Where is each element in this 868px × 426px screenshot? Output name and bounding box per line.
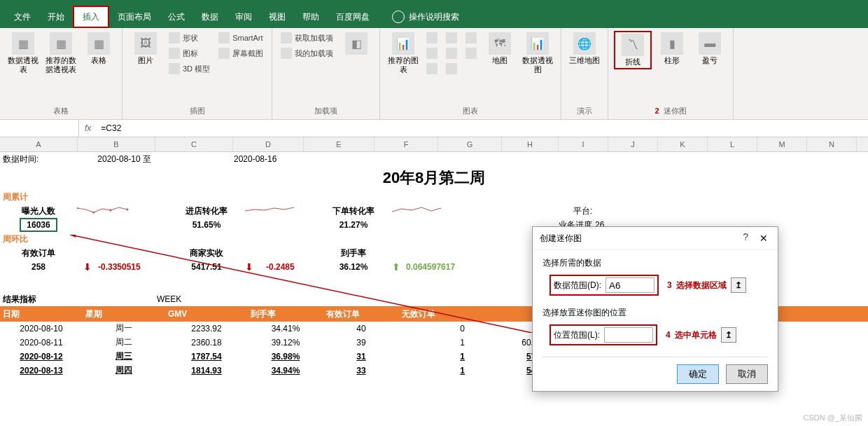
location-range-label: 位置范围(L): bbox=[554, 329, 600, 341]
scatter-chart-button[interactable] bbox=[463, 46, 479, 60]
group-sparklines: 2 迷你图 bbox=[655, 104, 687, 118]
range-selector-button[interactable]: ↥ bbox=[731, 277, 746, 293]
tab-home[interactable]: 开始 bbox=[39, 6, 73, 28]
hint-select-data: 选择数据区域 bbox=[676, 280, 727, 291]
section-week-total: 周累计 bbox=[0, 191, 77, 203]
recommended-pivot-button[interactable]: ▦推荐的数据透视表 bbox=[43, 31, 78, 76]
section-select-location: 选择放置迷你图的位置 bbox=[542, 307, 768, 319]
help-icon[interactable]: ? bbox=[743, 231, 748, 245]
fx-icon[interactable]: fx bbox=[79, 123, 97, 133]
section-result-index: 结果指标 bbox=[0, 294, 77, 305]
annotation-4: 4 bbox=[666, 330, 671, 340]
tab-view[interactable]: 视图 bbox=[260, 6, 294, 28]
tab-insert[interactable]: 插入 bbox=[73, 6, 109, 28]
section-select-data: 选择所需的数据 bbox=[542, 257, 768, 269]
dialog-title: 创建迷你图 bbox=[540, 233, 582, 245]
sparkline-icon bbox=[245, 205, 301, 215]
tab-page-layout[interactable]: 页面布局 bbox=[109, 6, 160, 28]
sparkline-column-button[interactable]: ▮柱形 bbox=[654, 31, 690, 67]
pictures-button[interactable]: 🖼图片 bbox=[128, 31, 163, 67]
group-addins: 加载项 bbox=[314, 104, 337, 118]
sparkline-icon bbox=[77, 205, 133, 215]
3d-map-button[interactable]: 🌐三维地图 bbox=[567, 31, 602, 67]
location-range-input[interactable] bbox=[604, 327, 653, 343]
svg-point-0 bbox=[77, 207, 78, 209]
report-title: 20年8月第二周 bbox=[383, 167, 486, 188]
line-chart-button[interactable] bbox=[443, 31, 460, 45]
group-tours: 演示 bbox=[577, 104, 592, 118]
tab-review[interactable]: 审阅 bbox=[227, 6, 260, 28]
svg-point-1 bbox=[93, 211, 95, 213]
addin-icon[interactable]: ◧ bbox=[339, 31, 374, 57]
tab-help[interactable]: 帮助 bbox=[294, 6, 328, 28]
table-button[interactable]: ▦表格 bbox=[81, 31, 116, 67]
smartart-button[interactable]: SmartArt bbox=[216, 31, 266, 45]
icons-button[interactable]: 图标 bbox=[166, 46, 213, 60]
ribbon: ▦数据透视表 ▦推荐的数据透视表 ▦表格 表格 🖼图片 形状 图标 3D 模型 … bbox=[0, 28, 868, 120]
annotation-3: 3 bbox=[667, 280, 672, 290]
group-tables: 表格 bbox=[53, 104, 69, 118]
formula-input[interactable]: =C32 bbox=[97, 123, 868, 133]
selected-cell[interactable]: 16036 bbox=[20, 218, 57, 232]
hierarchy-chart-button[interactable] bbox=[424, 46, 440, 60]
create-sparkline-dialog: 创建迷你图 ? ✕ 选择所需的数据 数据范围(D): 3 选择数据区域 ↥ 选择… bbox=[532, 226, 778, 392]
my-addins-button[interactable]: 我的加载项 bbox=[278, 46, 336, 60]
group-charts: 图表 bbox=[463, 104, 478, 118]
column-chart-button[interactable] bbox=[424, 31, 440, 45]
sparkline-icon bbox=[392, 205, 448, 215]
get-addins-button[interactable]: 获取加载项 bbox=[278, 31, 336, 45]
pivot-chart-button[interactable]: 📊数据透视图 bbox=[520, 31, 555, 76]
arrow-up-icon: ⬆ bbox=[392, 261, 400, 273]
group-illustrations: 插图 bbox=[190, 104, 205, 118]
tab-formulas[interactable]: 公式 bbox=[160, 6, 193, 28]
sparkline-line-button[interactable]: 〽折线 bbox=[614, 31, 652, 69]
close-icon[interactable]: ✕ bbox=[757, 231, 771, 245]
label-data-time: 数据时间: bbox=[0, 153, 77, 165]
ok-button[interactable]: 确定 bbox=[677, 364, 719, 384]
data-range-input[interactable] bbox=[606, 277, 654, 293]
tab-file[interactable]: 文件 bbox=[6, 6, 39, 28]
pivot-table-button[interactable]: ▦数据透视表 bbox=[6, 31, 41, 76]
tab-data[interactable]: 数据 bbox=[193, 6, 227, 28]
lightbulb-icon bbox=[392, 11, 405, 23]
cancel-button[interactable]: 取消 bbox=[726, 364, 768, 384]
tell-me-search[interactable]: 操作说明搜索 bbox=[409, 11, 459, 23]
3d-models-button[interactable]: 3D 模型 bbox=[166, 62, 213, 76]
recommended-charts-button[interactable]: 📊推荐的图表 bbox=[386, 31, 421, 76]
svg-point-3 bbox=[127, 208, 129, 210]
shapes-button[interactable]: 形状 bbox=[166, 31, 213, 45]
ribbon-tabs: 文件 开始 插入 页面布局 公式 数据 审阅 视图 帮助 百度网盘 操作说明搜索 bbox=[0, 6, 868, 28]
tab-baidu[interactable]: 百度网盘 bbox=[328, 6, 378, 28]
range-selector-button[interactable]: ↥ bbox=[721, 327, 736, 343]
hint-select-cell: 选中单元格 bbox=[675, 329, 717, 341]
arrow-down-icon: ⬇ bbox=[83, 261, 92, 273]
sparkline-winloss-button[interactable]: ▬盈亏 bbox=[692, 31, 727, 67]
svg-point-2 bbox=[110, 209, 112, 211]
watermark: CSDN @_某仙菌 bbox=[803, 413, 862, 423]
maps-button[interactable]: 🗺地图 bbox=[482, 31, 517, 67]
waterfall-chart-button[interactable] bbox=[424, 62, 440, 76]
statistical-chart-button[interactable] bbox=[443, 46, 460, 60]
data-range-label: 数据范围(D): bbox=[554, 280, 601, 291]
combo-chart-button[interactable] bbox=[443, 62, 460, 76]
name-box[interactable] bbox=[0, 120, 79, 137]
column-headers[interactable]: ABC DEF GHI JKL MN bbox=[0, 137, 868, 152]
formula-bar: fx =C32 bbox=[0, 120, 868, 137]
screenshot-button[interactable]: 屏幕截图 bbox=[216, 46, 266, 60]
pie-chart-button[interactable] bbox=[463, 31, 479, 45]
arrow-down-icon: ⬇ bbox=[245, 261, 253, 273]
section-wow: 周环比 bbox=[0, 233, 77, 245]
